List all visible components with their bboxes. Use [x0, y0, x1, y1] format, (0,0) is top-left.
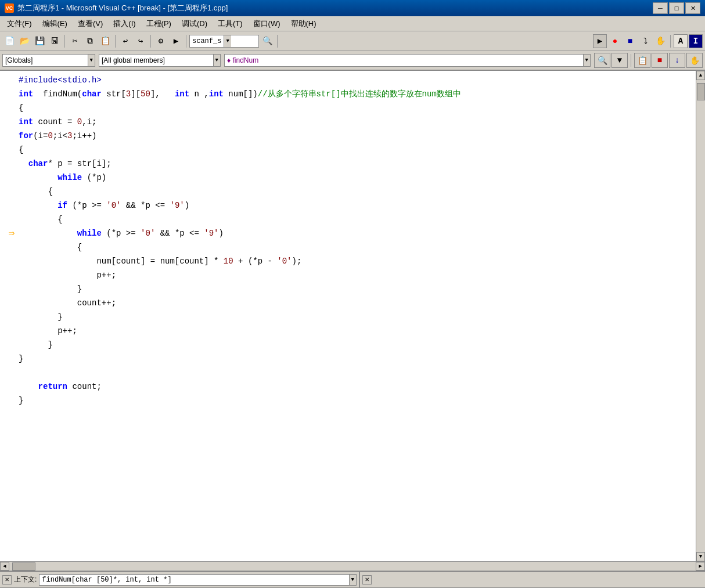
- left-panel-header: ✕ 上下文: findNum[char [50]*, int, int *] ▼: [0, 572, 359, 588]
- cut-button[interactable]: ✂: [68, 34, 82, 48]
- separator7: [631, 54, 631, 67]
- toolbar2-btn6[interactable]: ✋: [686, 53, 703, 68]
- undo-button[interactable]: ↩: [118, 34, 132, 48]
- left-panel: ✕ 上下文: findNum[char [50]*, int, int *] ▼…: [0, 572, 360, 588]
- all-members-combo[interactable]: [All global members] ▼: [99, 54, 221, 67]
- code-line: for(i=0;i<3;i++): [5, 129, 691, 143]
- code-text: #include<stdio.h>: [19, 73, 691, 87]
- copy-button[interactable]: ⧉: [83, 34, 97, 48]
- bottom-panels: ✕ 上下文: findNum[char [50]*, int, int *] ▼…: [0, 571, 705, 588]
- search-button[interactable]: 🔍: [260, 34, 274, 48]
- scroll-track[interactable]: [696, 80, 705, 552]
- menu-edit[interactable]: 编辑(E): [38, 17, 72, 30]
- breakpoint-button[interactable]: ●: [608, 34, 622, 48]
- main-content: #include<stdio.h>int findNum(char str[3]…: [0, 71, 705, 571]
- menu-window[interactable]: 窗口(W): [249, 17, 285, 30]
- toolbar2-btn4[interactable]: ■: [652, 53, 668, 68]
- save-button[interactable]: 💾: [33, 34, 46, 48]
- scroll-right-arrow[interactable]: ►: [696, 562, 705, 571]
- code-line: }: [5, 282, 691, 296]
- code-line: #include<stdio.h>: [5, 73, 691, 87]
- separator5: [277, 35, 278, 48]
- right-panel-header: ✕: [360, 572, 705, 588]
- code-editor[interactable]: #include<stdio.h>int findNum(char str[3]…: [0, 71, 696, 561]
- save-all-button[interactable]: 🖫: [48, 34, 62, 48]
- code-line: [5, 366, 691, 380]
- globals-combo[interactable]: [Globals] ▼: [2, 54, 95, 67]
- code-text: }: [19, 338, 691, 352]
- code-text: {: [19, 101, 691, 115]
- menu-file[interactable]: 文件(F): [2, 17, 37, 30]
- code-text: p++;: [19, 324, 691, 338]
- open-file-button[interactable]: 📂: [17, 34, 31, 48]
- new-file-button[interactable]: 📄: [2, 34, 16, 48]
- menu-view[interactable]: 查看(V): [73, 17, 107, 30]
- title-section: VC 第二周程序1 - Microsoft Visual C++ [break]…: [5, 3, 653, 13]
- separator3: [150, 35, 151, 48]
- minimize-button[interactable]: ─: [653, 2, 668, 14]
- toolbar2-btn5[interactable]: ↓: [669, 53, 685, 68]
- code-text: }: [19, 310, 691, 324]
- code-text: int count = 0,i;: [19, 115, 691, 129]
- findnum-combo[interactable]: ♦ findNum ▼: [224, 54, 591, 67]
- close-button[interactable]: ✕: [685, 2, 700, 14]
- horizontal-scrollbar[interactable]: ◄ ►: [0, 561, 705, 571]
- code-text: }: [19, 282, 691, 296]
- window-controls: ─ □ ✕: [653, 2, 700, 14]
- step-over-button[interactable]: ⤵: [638, 34, 652, 48]
- debug-go-button[interactable]: ▶: [593, 34, 607, 48]
- findnum-combo-arrow: ▼: [583, 55, 590, 66]
- run-button[interactable]: ▶: [169, 34, 183, 48]
- code-line: if (*p >= '0' && *p <= '9'): [5, 199, 691, 212]
- code-line: }: [5, 394, 691, 407]
- toolbar2-btn3[interactable]: 📋: [634, 53, 650, 68]
- code-line: }: [5, 338, 691, 352]
- toolbar2: [Globals] ▼ [All global members] ▼ ♦ fin…: [0, 51, 705, 71]
- right-panel-close[interactable]: ✕: [362, 575, 372, 585]
- code-text: if (*p >= '0' && *p <= '9'): [19, 199, 691, 212]
- h-scroll-thumb[interactable]: [12, 562, 35, 571]
- scanf-dropdown-arrow: ▼: [224, 35, 231, 47]
- toolbar2-btn1[interactable]: 🔍: [594, 53, 610, 68]
- code-text: count++;: [19, 296, 691, 310]
- code-container: #include<stdio.h>int findNum(char str[3]…: [0, 71, 705, 561]
- scroll-left-arrow[interactable]: ◄: [0, 562, 9, 571]
- scroll-down-arrow[interactable]: ▼: [696, 552, 705, 561]
- menu-help[interactable]: 帮助(H): [286, 17, 321, 30]
- code-text: while (*p): [19, 171, 691, 185]
- code-line: {: [5, 185, 691, 199]
- toolbar1: 📄 📂 💾 🖫 ✂ ⧉ 📋 ↩ ↪ ⚙ ▶ scanf_s ▼ 🔍 ▶ ● ■ …: [0, 31, 705, 51]
- scroll-thumb[interactable]: [697, 83, 705, 100]
- scroll-up-arrow[interactable]: ▲: [696, 71, 705, 80]
- menu-project[interactable]: 工程(P): [142, 17, 176, 30]
- hand-button[interactable]: ✋: [653, 34, 667, 48]
- app-icon: VC: [5, 3, 14, 13]
- paste-button[interactable]: 📋: [98, 34, 112, 48]
- code-line: p++;: [5, 324, 691, 338]
- maximize-button[interactable]: □: [669, 2, 684, 14]
- code-text: for(i=0;i<3;i++): [19, 129, 691, 143]
- build-button[interactable]: ⚙: [154, 34, 168, 48]
- vertical-scrollbar[interactable]: ▲ ▼: [696, 71, 705, 561]
- h-scroll-track[interactable]: [9, 562, 696, 571]
- code-line: char* p = str[i];: [5, 157, 691, 171]
- left-panel-close[interactable]: ✕: [2, 575, 12, 585]
- code-line: {: [5, 143, 691, 157]
- toolbar2-btn2[interactable]: ▼: [612, 53, 628, 68]
- redo-button[interactable]: ↪: [134, 34, 148, 48]
- titlebar: VC 第二周程序1 - Microsoft Visual C++ [break]…: [0, 0, 705, 16]
- context-label: 上下文:: [14, 575, 37, 585]
- context-combo-arrow: ▼: [349, 575, 356, 585]
- menu-debug[interactable]: 调试(D): [177, 17, 212, 30]
- scanf-dropdown[interactable]: scanf_s ▼: [189, 35, 259, 48]
- code-text: }: [19, 394, 691, 407]
- font-b-button[interactable]: I: [689, 34, 703, 48]
- menu-insert[interactable]: 插入(I): [109, 17, 140, 30]
- code-text: char* p = str[i];: [19, 157, 691, 171]
- stop-debug-button[interactable]: ■: [623, 34, 637, 48]
- menu-tools[interactable]: 工具(T): [213, 17, 247, 30]
- context-combo[interactable]: findNum[char [50]*, int, int *] ▼: [39, 574, 357, 586]
- separator1: [64, 35, 65, 48]
- menubar: 文件(F) 编辑(E) 查看(V) 插入(I) 工程(P) 调试(D) 工具(T…: [0, 16, 705, 31]
- font-a-button[interactable]: A: [674, 34, 688, 48]
